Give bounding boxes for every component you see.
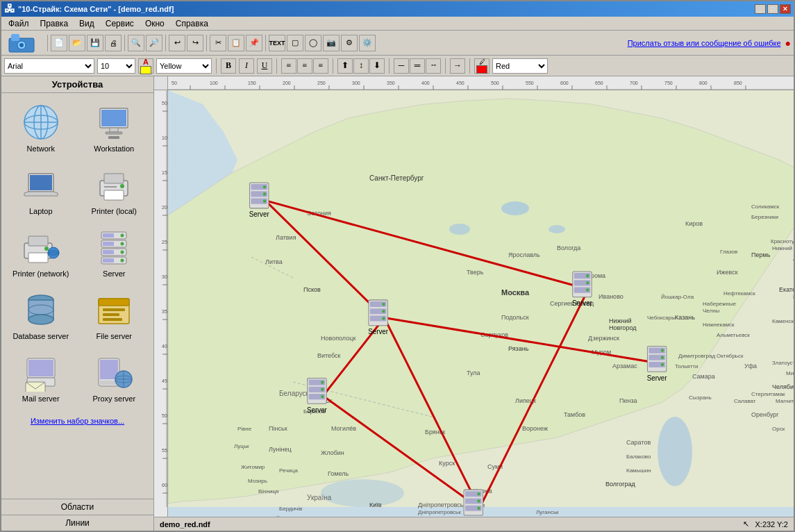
device-file-server[interactable]: File server bbox=[81, 286, 149, 343]
bold-button[interactable]: B bbox=[221, 58, 236, 74]
text-button[interactable]: TEXT bbox=[269, 35, 285, 51]
redo-button[interactable]: ↪ bbox=[187, 35, 203, 51]
left-ruler: 50 100 150 200 250 300 350 bbox=[154, 90, 168, 517]
valign-bot-button[interactable]: ⬇ bbox=[369, 58, 385, 74]
italic-button[interactable]: I bbox=[239, 58, 254, 74]
map-background: Санкт-Петербург Эстония Латвия Литва Пск… bbox=[168, 90, 794, 517]
areas-button[interactable]: Области bbox=[1, 499, 153, 515]
line-color-select[interactable]: Red bbox=[492, 58, 548, 74]
menu-edit[interactable]: Правка bbox=[35, 17, 74, 30]
copy-button[interactable]: 📋 bbox=[228, 35, 244, 51]
line-dash-button[interactable]: ╌ bbox=[426, 58, 441, 74]
svg-text:700: 700 bbox=[630, 81, 638, 85]
valign-mid-button[interactable]: ↕ bbox=[353, 58, 369, 74]
menu-service[interactable]: Сервис bbox=[100, 17, 140, 30]
device-network[interactable]: Network bbox=[7, 99, 75, 156]
svg-text:Литва: Литва bbox=[265, 258, 283, 265]
open-button[interactable]: 📂 bbox=[69, 35, 85, 51]
align-center-button[interactable]: ≡ bbox=[297, 58, 312, 74]
main-content: Устройства bbox=[1, 76, 794, 531]
svg-text:200: 200 bbox=[162, 205, 167, 210]
close-button[interactable]: ✕ bbox=[780, 4, 791, 14]
line-width-button[interactable]: ═ bbox=[410, 58, 425, 74]
device-mail-server[interactable]: Mail server bbox=[7, 349, 75, 406]
cursor-icon: ↖ bbox=[743, 519, 749, 529]
valign-top-button[interactable]: ⬆ bbox=[337, 58, 353, 74]
svg-text:Глазов: Глазов bbox=[720, 249, 737, 255]
svg-text:Борисов: Борисов bbox=[303, 408, 325, 415]
svg-text:Алапаевск: Алапаевск bbox=[793, 256, 794, 262]
tool3-button[interactable]: 📷 bbox=[323, 35, 340, 51]
svg-text:Камышин: Камышин bbox=[626, 467, 651, 474]
fill-color-select[interactable]: Yellow bbox=[156, 58, 212, 74]
device-printer-local[interactable]: Printer (local) bbox=[81, 161, 149, 218]
separator5 bbox=[265, 35, 266, 51]
menu-help[interactable]: Справка bbox=[170, 17, 214, 30]
tool2-button[interactable]: ◯ bbox=[305, 35, 321, 51]
tool4-button[interactable]: ⚙ bbox=[341, 35, 358, 51]
svg-text:Черкаси: Черкаси bbox=[383, 516, 405, 517]
zoom-in-button[interactable]: 🔍 bbox=[128, 35, 144, 51]
svg-text:Тула: Тула bbox=[467, 369, 480, 376]
svg-text:Воронеж: Воронеж bbox=[522, 425, 548, 432]
line-color-button[interactable]: 🖊 bbox=[474, 58, 489, 74]
device-laptop[interactable]: Laptop bbox=[7, 161, 75, 218]
minimize-button[interactable]: _ bbox=[755, 4, 766, 14]
svg-text:Новополоцк: Новополоцк bbox=[321, 335, 355, 342]
maximize-button[interactable]: □ bbox=[767, 4, 778, 14]
menu-window[interactable]: Окно bbox=[140, 17, 170, 30]
device-printer-network[interactable]: Printer (network) bbox=[7, 224, 75, 281]
zoom-out-button[interactable]: 🔎 bbox=[146, 35, 162, 51]
svg-point-19 bbox=[120, 184, 124, 188]
format-sep6 bbox=[469, 58, 470, 74]
svg-rect-52 bbox=[26, 382, 45, 392]
settings-button[interactable]: ⚙️ bbox=[359, 35, 376, 51]
map-canvas[interactable]: Санкт-Петербург Эстония Латвия Литва Пск… bbox=[168, 90, 794, 517]
arrow-button[interactable]: → bbox=[450, 58, 465, 74]
paste-button[interactable]: 📌 bbox=[246, 35, 262, 51]
print-button[interactable]: 🖨 bbox=[105, 35, 122, 51]
svg-text:Оренбург: Оренбург bbox=[751, 411, 779, 418]
device-proxy-server[interactable]: Proxy server bbox=[81, 349, 149, 406]
svg-text:Березники: Березники bbox=[751, 214, 778, 220]
svg-text:400: 400 bbox=[162, 344, 167, 349]
svg-text:Луганськ: Луганськ bbox=[536, 516, 559, 517]
workstation-label: Workstation bbox=[94, 144, 134, 153]
laptop-icon bbox=[20, 164, 62, 206]
device-workstation[interactable]: Workstation bbox=[81, 99, 149, 156]
svg-text:Мозирь: Мозирь bbox=[248, 478, 267, 484]
menu-view[interactable]: Вид bbox=[74, 17, 100, 30]
devices-scroll[interactable]: Network Works bbox=[1, 93, 153, 499]
cut-button[interactable]: ✂ bbox=[210, 35, 226, 51]
align-left-button[interactable]: ≡ bbox=[281, 58, 296, 74]
status-coords: X:232 Y:2 bbox=[755, 520, 788, 529]
line-style-button[interactable]: ─ bbox=[394, 58, 409, 74]
svg-text:Вологда: Вологда bbox=[557, 244, 580, 251]
text-color-button[interactable]: A bbox=[138, 58, 153, 74]
svg-text:Златоуст: Златоуст bbox=[772, 360, 794, 366]
align-right-button[interactable]: ≡ bbox=[313, 58, 328, 74]
tool1-button[interactable]: ▢ bbox=[287, 35, 303, 51]
svg-text:Пенза: Пенза bbox=[619, 397, 637, 404]
mail-server-label: Mail server bbox=[22, 394, 60, 403]
file-server-label: File server bbox=[97, 332, 132, 340]
status-bar: demo_red.ndf ↖ X:232 Y:2 bbox=[154, 517, 794, 531]
lines-button[interactable]: Линии bbox=[1, 515, 153, 531]
underline-button[interactable]: U bbox=[257, 58, 272, 74]
svg-text:50: 50 bbox=[162, 101, 167, 106]
svg-point-125 bbox=[549, 225, 565, 233]
svg-text:Жлобин: Жлобин bbox=[321, 449, 344, 456]
font-select[interactable]: Arial bbox=[4, 58, 94, 74]
menu-bar: Файл Правка Вид Сервис Окно Справка bbox=[1, 17, 794, 31]
undo-button[interactable]: ↩ bbox=[169, 35, 185, 51]
feedback-link[interactable]: Прислать отзыв или сообщение об ошибке bbox=[628, 39, 781, 47]
save-button[interactable]: 💾 bbox=[87, 35, 103, 51]
new-button[interactable]: 📄 bbox=[51, 35, 67, 51]
menu-file[interactable]: Файл bbox=[3, 17, 35, 30]
size-select[interactable]: 10 bbox=[97, 58, 135, 74]
device-database-server[interactable]: Database server bbox=[7, 286, 75, 343]
device-server[interactable]: Server bbox=[81, 224, 149, 281]
svg-text:Октябрьск: Октябрьск bbox=[717, 353, 744, 359]
change-set-link[interactable]: Изменить набор значков... bbox=[4, 414, 151, 428]
svg-text:Серпухов: Серпухов bbox=[480, 331, 508, 338]
